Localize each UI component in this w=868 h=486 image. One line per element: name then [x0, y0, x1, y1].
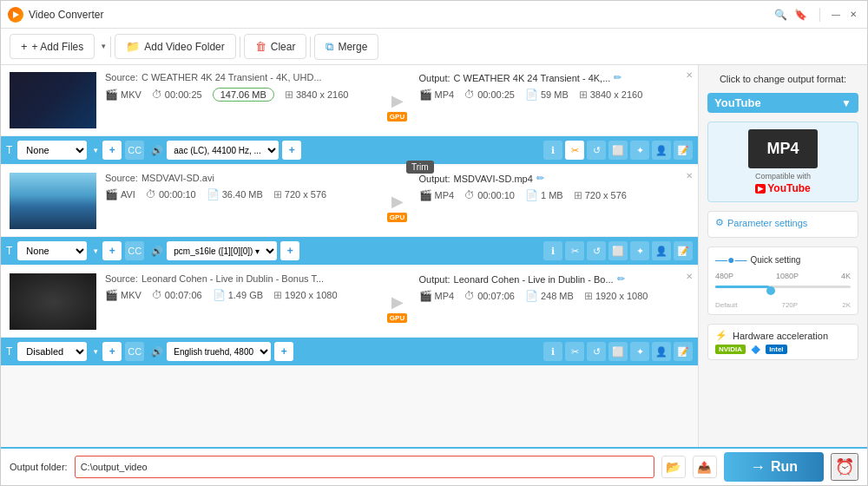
- add-files-dropdown[interactable]: ▼: [100, 43, 107, 50]
- res-icon-3: ⊞: [273, 289, 282, 301]
- info-btn-1[interactable]: ℹ: [543, 141, 562, 160]
- info-btn-2[interactable]: ℹ: [543, 241, 562, 260]
- rotate-btn-1[interactable]: ↺: [587, 141, 606, 160]
- close-item-1[interactable]: ✕: [686, 70, 693, 80]
- file-out-icon-1: 📄: [525, 89, 538, 101]
- subtitle-bar-3: T Disabled ▼ + CC 🔊 English truehd, 4800…: [1, 338, 698, 365]
- subtitle-add-btn-2[interactable]: +: [102, 241, 122, 260]
- run-label: Run: [771, 459, 798, 475]
- subtitle-select-1[interactable]: None: [17, 141, 87, 160]
- browse-folder-button[interactable]: 📂: [661, 456, 686, 478]
- audio-add-btn-2[interactable]: +: [280, 241, 299, 260]
- gpu-badge-2: GPU: [387, 213, 407, 222]
- subtitle-dropdown-1[interactable]: ▼: [92, 147, 99, 154]
- video-icon-3: 🎬: [105, 289, 118, 301]
- audio-select-2[interactable]: pcm_s16le ([1][0][0]) ▾: [167, 241, 277, 260]
- file-meta-2: 🎬 AVI ⏱ 00:00:10 📄 36.40 MB: [105, 188, 376, 200]
- subtitle-dropdown-3[interactable]: ▼: [92, 348, 99, 356]
- rotate-btn-2[interactable]: ↺: [587, 241, 606, 260]
- merge-icon: ⧉: [326, 40, 333, 54]
- resolution-out-3: ⊞ 1920 x 1080: [584, 290, 648, 302]
- merge-button[interactable]: ⧉ Merge: [314, 34, 378, 60]
- minimize-button[interactable]: —: [829, 8, 843, 22]
- clock-out-icon-3: ⏱: [464, 290, 475, 302]
- crop-btn-3[interactable]: ⬜: [608, 342, 628, 361]
- quality-slider[interactable]: [715, 286, 851, 299]
- subtitle-cc-btn-1[interactable]: CC: [125, 141, 144, 160]
- search-icon[interactable]: 🔍: [774, 9, 787, 21]
- timer-button[interactable]: ⏰: [831, 453, 858, 481]
- source-name-1: C WEATHER 4K 24 Transient - 4K, UHD...: [141, 72, 322, 82]
- file-output-2: Output: MSDVAVI-SD.mp4 ✏ 🎬 MP4 ⏱ 00:: [419, 173, 690, 229]
- subtitle-select-2[interactable]: None: [17, 241, 87, 260]
- subtitle-add-btn-3[interactable]: +: [102, 342, 122, 361]
- subtitle-edit-btn-3[interactable]: 📝: [674, 342, 693, 361]
- add-video-folder-button[interactable]: 📁 Add Video Folder: [115, 34, 236, 59]
- close-button[interactable]: ✕: [846, 8, 860, 22]
- output-title-3: Output: Leonard Cohen - Live in Dublin -…: [419, 273, 690, 285]
- subtitle-icon-1: T: [6, 144, 12, 156]
- subtitle-edit-btn-1[interactable]: 📝: [674, 141, 693, 160]
- file-list: Source: C WEATHER 4K 24 Transient - 4K, …: [1, 65, 698, 447]
- effect-btn-1[interactable]: ✦: [630, 141, 649, 160]
- quality-labels: 480P 1080P 4K: [715, 272, 851, 280]
- watermark-btn-2[interactable]: 👤: [652, 241, 671, 260]
- file-source-3: Source: Leonard Cohen - Live in Dublin -…: [105, 273, 376, 284]
- arrow-area-3: ▶ GPU: [376, 273, 419, 330]
- crop-btn-1[interactable]: ⬜: [608, 141, 628, 160]
- edit-icon-2[interactable]: ✏: [536, 173, 544, 184]
- quality-track-filled: [715, 286, 769, 288]
- watermark-btn-1[interactable]: 👤: [652, 141, 671, 160]
- audio-select-3[interactable]: English truehd, 4800: [167, 342, 271, 361]
- edit-icon-1[interactable]: ✏: [614, 72, 621, 83]
- subtitle-icon-3: T: [6, 345, 12, 358]
- crop-btn-2[interactable]: ⬜: [608, 241, 628, 260]
- run-arrow-icon: →: [750, 458, 766, 476]
- param-settings-btn[interactable]: ⚙ Parameter settings: [715, 217, 851, 228]
- res-out-icon-3: ⊞: [584, 290, 593, 302]
- effect-btn-2[interactable]: ✦: [630, 241, 649, 260]
- source-label-3: Source:: [105, 273, 138, 284]
- subtitle-cc-btn-3[interactable]: CC: [125, 342, 144, 361]
- rotate-btn-3[interactable]: ↺: [587, 342, 606, 361]
- audio-add-btn-1[interactable]: +: [282, 141, 301, 160]
- add-files-button[interactable]: + + Add Files: [10, 34, 95, 59]
- format-selector[interactable]: YouTube ▼: [707, 93, 858, 113]
- right-panel: Click to change output format: YouTube ▼…: [698, 65, 867, 447]
- audio-select-1[interactable]: aac (LC), 44100 Hz, ...: [167, 141, 279, 160]
- trim-btn-2[interactable]: ✂: [565, 241, 584, 260]
- quality-thumb[interactable]: [766, 286, 775, 295]
- res-icon-1: ⊞: [285, 89, 293, 101]
- subtitle-cc-btn-2[interactable]: CC: [125, 241, 144, 260]
- add-files-label: + Add Files: [32, 41, 84, 53]
- file-out-icon-3: 📄: [525, 290, 538, 302]
- size-in-2: 📄 36.40 MB: [207, 188, 263, 200]
- effect-btn-3[interactable]: ✦: [630, 342, 649, 361]
- info-btn-3[interactable]: ℹ: [543, 342, 562, 361]
- clear-button[interactable]: 🗑 Clear: [244, 34, 307, 59]
- title-bar-left: Video Converter: [8, 7, 104, 23]
- trim-btn-3[interactable]: ✂: [565, 342, 584, 361]
- edit-icon-3[interactable]: ✏: [617, 273, 625, 285]
- source-name-3: Leonard Cohen - Live in Dublin - Bonus T…: [141, 273, 324, 284]
- duration-in-2: ⏱ 00:00:10: [146, 188, 196, 200]
- close-item-2[interactable]: ✕: [686, 171, 693, 181]
- param-icon: ⚙: [715, 217, 724, 228]
- output-folder-input[interactable]: [75, 456, 654, 478]
- trim-btn-1[interactable]: ✂: [565, 141, 584, 160]
- subtitle-edit-btn-2[interactable]: 📝: [674, 241, 693, 260]
- youtube-text: YouTube: [767, 182, 811, 194]
- close-item-3[interactable]: ✕: [686, 272, 693, 281]
- quality-track: [715, 286, 851, 288]
- run-button[interactable]: → Run: [724, 452, 824, 482]
- bookmark-icon[interactable]: 🔖: [794, 9, 807, 21]
- open-folder-button[interactable]: 📤: [693, 456, 717, 478]
- param-settings-section: ⚙ Parameter settings: [707, 211, 858, 238]
- watermark-btn-3[interactable]: 👤: [652, 342, 671, 361]
- subtitle-add-btn-1[interactable]: +: [102, 141, 122, 160]
- hw-accel-btn[interactable]: ⚡ Hardware acceleration: [715, 330, 851, 341]
- subtitle-select-3[interactable]: Disabled: [17, 342, 87, 361]
- file-icon-3: 📄: [213, 289, 226, 301]
- audio-add-btn-3[interactable]: +: [274, 342, 293, 361]
- subtitle-dropdown-2[interactable]: ▼: [92, 247, 99, 255]
